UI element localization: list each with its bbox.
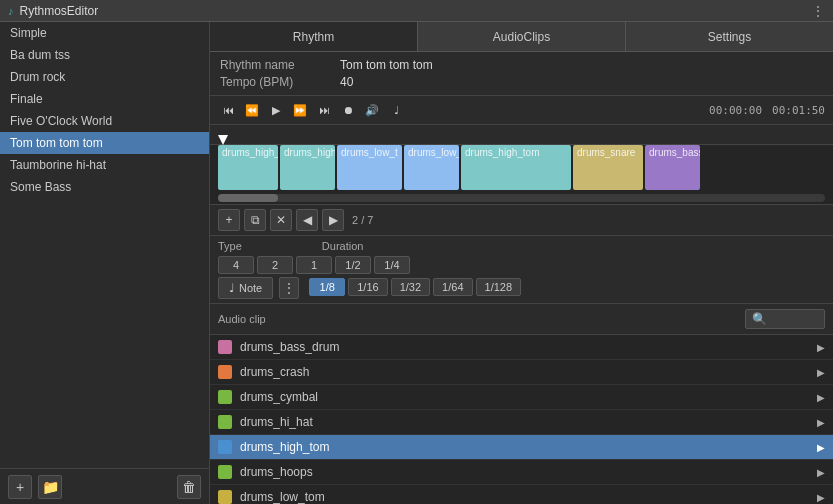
search-box[interactable]: 🔍: [745, 309, 825, 329]
add-rhythm-button[interactable]: +: [8, 475, 32, 499]
prev-step-button[interactable]: ◀: [296, 209, 318, 231]
dur-btn-1-4[interactable]: 1/4: [374, 256, 410, 274]
clip-color-high-tom: [218, 440, 232, 454]
title-menu-icon[interactable]: ⋮: [811, 3, 825, 19]
type-label: Type: [218, 240, 242, 252]
clip-name-high-tom: drums_high_tom: [240, 440, 817, 454]
clip-c7[interactable]: drums_bass: [645, 145, 700, 190]
duration-label: Duration: [322, 240, 364, 252]
metronome-button[interactable]: ♩: [386, 100, 406, 120]
dur-btn-2[interactable]: 2: [257, 256, 293, 274]
dur-btn-1-32[interactable]: 1/32: [391, 278, 430, 296]
clip-name-hoops: drums_hoops: [240, 465, 817, 479]
sidebar-item-simple[interactable]: Simple: [0, 22, 209, 44]
copy-step-button[interactable]: ⧉: [244, 209, 266, 231]
clip-play-btn-low-tom[interactable]: ▶: [817, 492, 825, 503]
clip-list-item-low-tom[interactable]: drums_low_tom▶: [210, 485, 833, 504]
sidebar-item-some-bass[interactable]: Some Bass: [0, 176, 209, 198]
play-button[interactable]: ▶: [266, 100, 286, 120]
sidebar-item-finale[interactable]: Finale: [0, 88, 209, 110]
clip-color-bass-drum: [218, 340, 232, 354]
audio-clip-header: Audio clip 🔍: [210, 304, 833, 335]
clip-list-item-hoops[interactable]: drums_hoops▶: [210, 460, 833, 485]
clip-name-low-tom: drums_low_tom: [240, 490, 817, 504]
tab-settings[interactable]: Settings: [626, 22, 833, 51]
skip-start-button[interactable]: ⏮: [218, 100, 238, 120]
audio-clip-area: Audio clip 🔍 drums_bass_drum▶drums_crash…: [210, 304, 833, 504]
clip-c6[interactable]: drums_snare: [573, 145, 643, 190]
clip-play-btn-high-tom[interactable]: ▶: [817, 442, 825, 453]
folder-button[interactable]: 📁: [38, 475, 62, 499]
sidebar-item-five-oclock[interactable]: Five O'Clock World: [0, 110, 209, 132]
clip-c5[interactable]: drums_high_tom: [461, 145, 571, 190]
time-start: 00:00:00: [709, 104, 762, 117]
clip-color-hoops: [218, 465, 232, 479]
app-icon: ♪: [8, 5, 14, 17]
search-icon: 🔍: [752, 312, 767, 326]
sidebar-item-drum-rock[interactable]: Drum rock: [0, 66, 209, 88]
step-back-button[interactable]: ⏪: [242, 100, 262, 120]
timeline-cursor[interactable]: [218, 125, 228, 204]
dur-btn-1-16[interactable]: 1/16: [348, 278, 387, 296]
step-forward-button[interactable]: ⏩: [290, 100, 310, 120]
dur-btn-1-128[interactable]: 1/128: [476, 278, 522, 296]
duration-row1: 4211/21/4: [218, 256, 825, 274]
clip-color-crash: [218, 365, 232, 379]
delete-rhythm-button[interactable]: 🗑: [177, 475, 201, 499]
rhythm-name-label: Rhythm name: [220, 58, 330, 72]
transport-bar: ⏮ ⏪ ▶ ⏩ ⏭ ⏺ 🔊 ♩ 00:00:00 00:01:50: [210, 96, 833, 125]
clip-c3[interactable]: drums_low_t: [337, 145, 402, 190]
clip-list-item-bass-drum[interactable]: drums_bass_drum▶: [210, 335, 833, 360]
clip-list: drums_bass_drum▶drums_crash▶drums_cymbal…: [210, 335, 833, 504]
timeline-scrollbar[interactable]: [218, 194, 825, 202]
tab-rhythm[interactable]: Rhythm: [210, 22, 418, 51]
step-count: 2 / 7: [352, 214, 373, 226]
dur-btn-1-8[interactable]: 1/8: [309, 278, 345, 296]
cursor-triangle: [218, 135, 228, 145]
clip-play-btn-hoops[interactable]: ▶: [817, 467, 825, 478]
clip-play-btn-crash[interactable]: ▶: [817, 367, 825, 378]
rhythm-info: Rhythm name Tom tom tom tom Tempo (BPM) …: [210, 52, 833, 96]
clip-play-btn-hi-hat[interactable]: ▶: [817, 417, 825, 428]
title-bar: ♪ RythmosEditor ⋮: [0, 0, 833, 22]
delete-step-button[interactable]: ✕: [270, 209, 292, 231]
clip-color-low-tom: [218, 490, 232, 504]
dur-btn-1[interactable]: 1: [296, 256, 332, 274]
tempo-label: Tempo (BPM): [220, 75, 330, 89]
skip-end-button[interactable]: ⏭: [314, 100, 334, 120]
edit-toolbar: + ⧉ ✕ ◀ ▶ 2 / 7: [210, 205, 833, 236]
clip-list-item-crash[interactable]: drums_crash▶: [210, 360, 833, 385]
clip-c2[interactable]: drums_high_: [280, 145, 335, 190]
audio-clip-title: Audio clip: [218, 313, 266, 325]
sidebar-item-taumborine[interactable]: Taumborine hi-hat: [0, 154, 209, 176]
sidebar-item-tom-tom[interactable]: Tom tom tom tom: [0, 132, 209, 154]
dur-btn-4[interactable]: 4: [218, 256, 254, 274]
note-label: Note: [239, 282, 262, 294]
tab-audioclips[interactable]: AudioClips: [418, 22, 626, 51]
volume-button[interactable]: 🔊: [362, 100, 382, 120]
clip-list-item-high-tom[interactable]: drums_high_tom▶: [210, 435, 833, 460]
clip-list-item-cymbal[interactable]: drums_cymbal▶: [210, 385, 833, 410]
dur-btn-1-64[interactable]: 1/64: [433, 278, 472, 296]
dur-btn-1-2[interactable]: 1/2: [335, 256, 371, 274]
note-options-button[interactable]: ⋮: [279, 277, 299, 299]
sidebar-footer: + 📁 🗑: [0, 468, 209, 504]
main-layout: SimpleBa dum tssDrum rockFinaleFive O'Cl…: [0, 22, 833, 504]
note-button[interactable]: ♩ Note: [218, 277, 273, 299]
tab-bar: Rhythm AudioClips Settings: [210, 22, 833, 52]
add-step-button[interactable]: +: [218, 209, 240, 231]
clip-list-item-hi-hat[interactable]: drums_hi_hat▶: [210, 410, 833, 435]
clip-color-cymbal: [218, 390, 232, 404]
record-button[interactable]: ⏺: [338, 100, 358, 120]
sidebar-item-ba-dum-tss[interactable]: Ba dum tss: [0, 44, 209, 66]
app-title: RythmosEditor: [20, 4, 99, 18]
next-step-button[interactable]: ▶: [322, 209, 344, 231]
timeline: drums_high_drums_high_drums_low_tdrums_l…: [210, 125, 833, 205]
clip-name-crash: drums_crash: [240, 365, 817, 379]
clip-play-btn-bass-drum[interactable]: ▶: [817, 342, 825, 353]
time-end: 00:01:50: [772, 104, 825, 117]
right-panel: Rhythm AudioClips Settings Rhythm name T…: [210, 22, 833, 504]
clip-play-btn-cymbal[interactable]: ▶: [817, 392, 825, 403]
clip-c4[interactable]: drums_low_t: [404, 145, 459, 190]
rhythm-list: SimpleBa dum tssDrum rockFinaleFive O'Cl…: [0, 22, 209, 468]
